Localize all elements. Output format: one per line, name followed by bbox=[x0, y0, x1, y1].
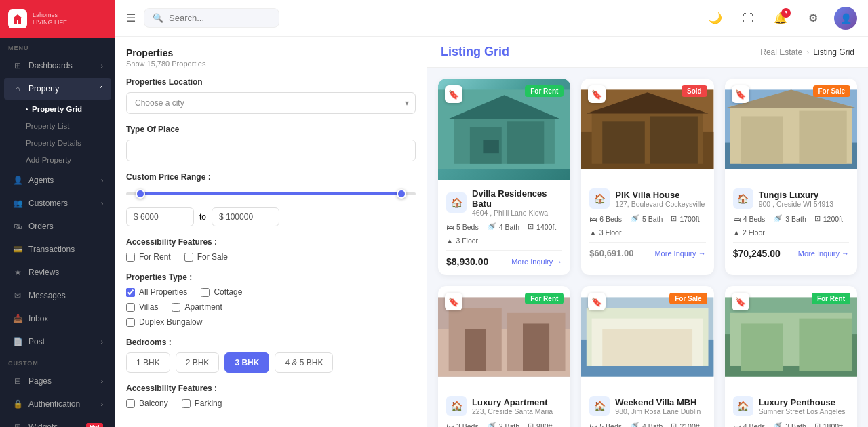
chevron-icon: › bbox=[101, 200, 103, 207]
card-addr-6: Sumner Street Los Angeles bbox=[759, 407, 846, 415]
message-icon: ✉ bbox=[12, 290, 23, 301]
location-select[interactable]: Choose a city bbox=[126, 92, 416, 114]
for-sale-input[interactable] bbox=[184, 253, 193, 262]
sidebar-subitem-property-details[interactable]: Property Details bbox=[9, 135, 111, 151]
all-properties-checkbox[interactable]: All Properties bbox=[126, 287, 187, 297]
menu-section-label: MENU bbox=[0, 38, 115, 54]
theme-toggle-button[interactable]: 🌙 bbox=[704, 7, 727, 30]
parking-input[interactable] bbox=[182, 399, 191, 408]
sidebar-item-authentication[interactable]: 🔒 Authentication › bbox=[4, 393, 111, 415]
bookmark-icon-4[interactable]: 🔖 bbox=[445, 293, 462, 310]
filter-panel: Properties Show 15,780 Properties Proper… bbox=[115, 37, 427, 427]
svg-rect-15 bbox=[741, 116, 783, 163]
fullscreen-icon: ⛶ bbox=[743, 12, 753, 24]
balcony-checkbox[interactable]: Balcony bbox=[126, 399, 168, 408]
villas-checkbox[interactable]: Villas bbox=[126, 302, 158, 312]
bath-icon: 🚿 bbox=[773, 422, 783, 427]
range-thumb-min[interactable] bbox=[136, 189, 145, 199]
sidebar-subitem-property-list[interactable]: Property List bbox=[9, 118, 111, 134]
property-grid-area: Listing Grid Real Estate › Listing Grid … bbox=[427, 37, 868, 427]
bath-icon: 🚿 bbox=[487, 222, 496, 231]
fullscreen-button[interactable]: ⛶ bbox=[736, 7, 760, 30]
lock-icon: 🔒 bbox=[12, 399, 23, 409]
cottage-input[interactable] bbox=[201, 288, 210, 297]
hamburger-menu-icon[interactable]: ☰ bbox=[126, 12, 136, 24]
bath-icon: 🚿 bbox=[487, 422, 496, 427]
sidebar-item-inbox[interactable]: 📥 Inbox bbox=[4, 308, 111, 329]
bhk-2-button[interactable]: 2 BHK bbox=[176, 352, 220, 373]
sidebar-item-messages[interactable]: ✉ Messages bbox=[4, 285, 111, 306]
bhk-45-button[interactable]: 4 & 5 BHK bbox=[275, 352, 333, 373]
sidebar-item-widgets[interactable]: ⊞ Widgets Hot bbox=[4, 416, 111, 427]
bhk-3-button[interactable]: 3 BHK bbox=[224, 352, 269, 373]
card-addr-4: 223, Creside Santa Maria bbox=[472, 407, 553, 415]
users-icon: 👥 bbox=[12, 198, 23, 209]
sidebar-item-pages[interactable]: ⊟ Pages › bbox=[4, 370, 111, 392]
card-title-2: PIK Villa House bbox=[615, 190, 705, 200]
property-card-5: 🔖 For Sale 🏠 Weekend Villa MBH 980, Jim … bbox=[581, 286, 713, 427]
card-image-6: 🔖 For Rent bbox=[725, 286, 857, 388]
parking-checkbox[interactable]: Parking bbox=[182, 399, 222, 408]
duplex-bungalow-input[interactable] bbox=[126, 318, 135, 327]
inquiry-link-3[interactable]: More Inquiry → bbox=[798, 249, 849, 258]
duplex-bungalow-checkbox[interactable]: Duplex Bungalow bbox=[126, 317, 202, 327]
notifications-button[interactable]: 🔔 3 bbox=[769, 7, 792, 30]
bookmark-icon-2[interactable]: 🔖 bbox=[588, 85, 606, 103]
price-range-slider[interactable] bbox=[126, 187, 416, 201]
topbar-actions: 🌙 ⛶ 🔔 3 ⚙ 👤 bbox=[704, 7, 857, 30]
price-max-input[interactable] bbox=[212, 207, 279, 226]
card-price-1: $8,930.00 bbox=[446, 256, 488, 267]
logo-icon bbox=[8, 9, 27, 28]
property-card-6: 🔖 For Rent 🏠 Luxury Penthouse Sumner Str… bbox=[725, 286, 857, 427]
property-card-4: 🔖 For Rent 🏠 Luxury Apartment 223, Cresi… bbox=[438, 286, 570, 427]
sidebar-item-customers[interactable]: 👥 Customers › bbox=[4, 192, 111, 214]
villas-input[interactable] bbox=[126, 303, 135, 312]
for-rent-checkbox[interactable]: For Rent bbox=[126, 252, 171, 262]
location-filter: Properties Location Choose a city bbox=[126, 77, 416, 114]
apartment-checkbox[interactable]: Apartment bbox=[172, 302, 222, 312]
sidebar-item-property[interactable]: ⌂ Property ˄ bbox=[4, 78, 111, 100]
floor-info-2: ▲ 3 Floor bbox=[589, 228, 705, 237]
settings-button[interactable]: ⚙ bbox=[802, 7, 825, 30]
inquiry-link-2[interactable]: More Inquiry → bbox=[654, 249, 705, 258]
bhk-1-button[interactable]: 1 BHK bbox=[126, 352, 170, 373]
prop-avatar-2: 🏠 bbox=[589, 188, 610, 209]
bookmark-icon-5[interactable]: 🔖 bbox=[588, 293, 606, 310]
breadcrumb-real-estate[interactable]: Real Estate bbox=[760, 47, 802, 57]
sidebar-item-post[interactable]: 📄 Post › bbox=[4, 331, 111, 352]
for-sale-checkbox[interactable]: For Sale bbox=[184, 252, 228, 262]
cottage-checkbox[interactable]: Cottage bbox=[201, 287, 242, 297]
bath-icon: 🚿 bbox=[630, 214, 639, 223]
bookmark-icon-3[interactable]: 🔖 bbox=[732, 85, 749, 103]
sidebar-item-orders[interactable]: 🛍 Orders bbox=[4, 216, 111, 237]
inquiry-link-1[interactable]: More Inquiry → bbox=[511, 258, 562, 266]
user-avatar[interactable]: 👤 bbox=[834, 7, 857, 30]
floor-info-1: ▲ 3 Floor bbox=[446, 237, 562, 245]
price-to-label: to bbox=[199, 212, 206, 222]
chevron-icon: › bbox=[101, 62, 103, 70]
bookmark-icon-6[interactable]: 🔖 bbox=[732, 293, 749, 310]
all-properties-input[interactable] bbox=[126, 288, 135, 297]
range-thumb-max[interactable] bbox=[397, 189, 406, 199]
card-footer-3: $70,245.00 More Inquiry → bbox=[733, 242, 849, 259]
bookmark-icon-1[interactable]: 🔖 bbox=[445, 85, 462, 103]
sidebar-subitem-property-grid[interactable]: Property Grid bbox=[9, 101, 111, 117]
sidebar-subitem-add-property[interactable]: Add Property bbox=[9, 152, 111, 168]
app-logo[interactable]: Lahomes LIVING LIFE bbox=[0, 0, 115, 38]
sidebar-item-agents[interactable]: 👤 Agents › bbox=[4, 169, 111, 191]
sidebar-item-dashboards[interactable]: ⊞ Dashboards › bbox=[4, 55, 111, 77]
balcony-input[interactable] bbox=[126, 399, 135, 408]
apartment-input[interactable] bbox=[172, 303, 180, 312]
search-input[interactable] bbox=[169, 13, 271, 23]
price-min-input[interactable] bbox=[126, 207, 194, 226]
sidebar-item-reviews[interactable]: ★ Reviews bbox=[4, 262, 111, 283]
sidebar-item-transactions[interactable]: 💳 Transactions bbox=[4, 239, 111, 260]
bedrooms-filter: Bedrooms : 1 BHK 2 BHK 3 BHK 4 & 5 BHK bbox=[126, 338, 416, 373]
card-title-3: Tungis Luxury bbox=[759, 190, 833, 200]
app-name: Lahomes LIVING LIFE bbox=[33, 12, 67, 26]
filter-title: Properties bbox=[126, 47, 416, 58]
bed-icon: 🛏 bbox=[589, 422, 597, 428]
type-of-place-input[interactable] bbox=[126, 140, 416, 161]
topbar: ☰ 🔍 🌙 ⛶ 🔔 3 ⚙ 👤 bbox=[115, 0, 868, 37]
for-rent-input[interactable] bbox=[126, 253, 135, 262]
